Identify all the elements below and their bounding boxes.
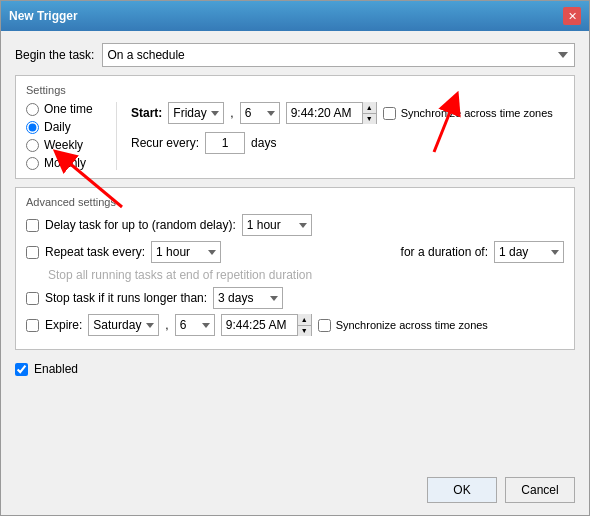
radio-monthly-input[interactable] (26, 157, 39, 170)
radio-one-time-label: One time (44, 102, 93, 116)
radio-daily-input[interactable] (26, 121, 39, 134)
enabled-label: Enabled (34, 362, 78, 376)
stop-longer-checkbox[interactable] (26, 292, 39, 305)
expire-time-input[interactable] (222, 315, 297, 335)
delay-label: Delay task for up to (random delay): (45, 218, 236, 232)
recur-unit: days (251, 136, 276, 150)
settings-right: Start: Friday , 6 ▲ ▼ (116, 102, 564, 170)
expire-day-select[interactable]: Saturday (88, 314, 159, 336)
enabled-row: Enabled (15, 362, 575, 376)
start-day-select[interactable]: Friday (168, 102, 224, 124)
settings-content: One time Daily Weekly Monthly (26, 102, 564, 170)
expire-sync-row: Synchronize across time zones (318, 319, 488, 332)
sync-label: Synchronize across time zones (401, 107, 553, 119)
expire-time-spinner: ▲ ▼ (221, 314, 312, 336)
radio-daily: Daily (26, 120, 106, 134)
start-date-select[interactable]: 6 (240, 102, 280, 124)
repeat-checkbox[interactable] (26, 246, 39, 259)
title-bar: New Trigger ✕ (1, 1, 589, 31)
start-row: Start: Friday , 6 ▲ ▼ (131, 102, 564, 124)
window-body: Begin the task: On a schedule Settings O… (1, 31, 589, 515)
stop-longer-row: Stop task if it runs longer than: 3 days (26, 287, 564, 309)
duration-label: for a duration of: (401, 245, 488, 259)
date-comma: , (230, 106, 233, 120)
expire-label: Expire: (45, 318, 82, 332)
begin-task-row: Begin the task: On a schedule (15, 43, 575, 67)
enabled-checkbox[interactable] (15, 363, 28, 376)
radio-one-time: One time (26, 102, 106, 116)
expire-checkbox[interactable] (26, 319, 39, 332)
expire-spinner-buttons: ▲ ▼ (297, 314, 311, 336)
advanced-label: Advanced settings (26, 196, 564, 208)
settings-label: Settings (26, 84, 564, 96)
radio-one-time-input[interactable] (26, 103, 39, 116)
time-input[interactable] (287, 103, 362, 123)
expire-time-down-button[interactable]: ▼ (298, 326, 311, 337)
sync-checkbox[interactable] (383, 107, 396, 120)
expire-row: Expire: Saturday , 6 ▲ ▼ Synchr (26, 314, 564, 336)
radio-weekly: Weekly (26, 138, 106, 152)
stop-longer-select[interactable]: 3 days (213, 287, 283, 309)
radio-weekly-label: Weekly (44, 138, 83, 152)
expire-sync-label: Synchronize across time zones (336, 319, 488, 331)
expire-comma: , (165, 318, 168, 332)
delay-checkbox[interactable] (26, 219, 39, 232)
delay-select[interactable]: 1 hour (242, 214, 312, 236)
spinner-buttons: ▲ ▼ (362, 102, 376, 124)
radio-monthly: Monthly (26, 156, 106, 170)
time-spinner: ▲ ▼ (286, 102, 377, 124)
radio-weekly-input[interactable] (26, 139, 39, 152)
recur-row: Recur every: days (131, 132, 564, 154)
title-bar-text: New Trigger (9, 9, 78, 23)
ok-button[interactable]: OK (427, 477, 497, 503)
radio-monthly-label: Monthly (44, 156, 86, 170)
time-up-button[interactable]: ▲ (363, 102, 376, 114)
radio-daily-label: Daily (44, 120, 71, 134)
advanced-section: Advanced settings Delay task for up to (… (15, 187, 575, 350)
begin-task-select[interactable]: On a schedule (102, 43, 575, 67)
recur-label: Recur every: (131, 136, 199, 150)
stop-running-label: Stop all running tasks at end of repetit… (48, 268, 312, 282)
repeat-label: Repeat task every: (45, 245, 145, 259)
settings-section: Settings One time Daily Weekly (15, 75, 575, 179)
sync-row: Synchronize across time zones (383, 107, 553, 120)
recur-input[interactable] (205, 132, 245, 154)
begin-task-label: Begin the task: (15, 48, 94, 62)
new-trigger-dialog: New Trigger ✕ Begin the task: On a sched… (0, 0, 590, 516)
expire-time-up-button[interactable]: ▲ (298, 314, 311, 326)
stop-running-row: Stop all running tasks at end of repetit… (48, 268, 564, 282)
button-row: OK Cancel (15, 473, 575, 503)
repeat-select[interactable]: 1 hour (151, 241, 221, 263)
duration-select[interactable]: 1 day (494, 241, 564, 263)
expire-sync-checkbox[interactable] (318, 319, 331, 332)
close-button[interactable]: ✕ (563, 7, 581, 25)
cancel-button[interactable]: Cancel (505, 477, 575, 503)
expire-date-select[interactable]: 6 (175, 314, 215, 336)
stop-longer-label: Stop task if it runs longer than: (45, 291, 207, 305)
radio-group: One time Daily Weekly Monthly (26, 102, 116, 170)
start-label: Start: (131, 106, 162, 120)
delay-row: Delay task for up to (random delay): 1 h… (26, 214, 564, 236)
repeat-row: Repeat task every: 1 hour for a duration… (26, 241, 564, 263)
time-down-button[interactable]: ▼ (363, 114, 376, 125)
